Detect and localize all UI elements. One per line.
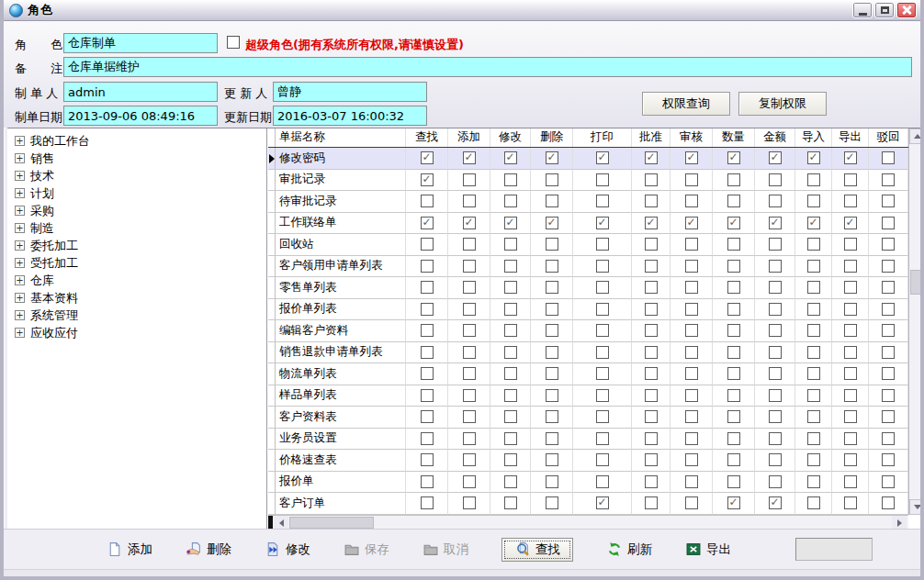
checkbox-unchecked-icon[interactable] bbox=[596, 432, 609, 445]
permission-cell[interactable] bbox=[531, 385, 573, 407]
permission-cell[interactable] bbox=[406, 256, 448, 278]
checkbox-unchecked-icon[interactable] bbox=[596, 324, 609, 337]
tree-node-8[interactable]: 仓库 bbox=[7, 272, 266, 289]
checkbox-unchecked-icon[interactable] bbox=[769, 346, 782, 359]
toolbar-cancel-button[interactable]: 取消 bbox=[423, 541, 468, 558]
checkbox-unchecked-icon[interactable] bbox=[807, 453, 820, 466]
permission-cell[interactable] bbox=[795, 385, 832, 407]
tree-node-10[interactable]: 系统管理 bbox=[7, 307, 266, 324]
column-header-8[interactable]: 数量 bbox=[713, 128, 755, 147]
permission-cell[interactable] bbox=[632, 299, 670, 321]
toolbar-delete-button[interactable]: 删除 bbox=[186, 541, 231, 558]
permission-cell[interactable] bbox=[490, 213, 531, 235]
permission-cell[interactable] bbox=[490, 299, 531, 321]
permission-cell[interactable] bbox=[406, 170, 448, 192]
checkbox-unchecked-icon[interactable] bbox=[727, 475, 740, 488]
checkbox-unchecked-icon[interactable] bbox=[685, 453, 698, 466]
column-header-11[interactable]: 导出 bbox=[832, 128, 869, 147]
permission-cell[interactable] bbox=[670, 213, 713, 235]
permission-cell[interactable] bbox=[755, 170, 795, 192]
checkbox-unchecked-icon[interactable] bbox=[807, 173, 820, 186]
expand-plus-icon[interactable] bbox=[15, 328, 25, 338]
checkbox-checked-icon[interactable] bbox=[596, 217, 609, 229]
expand-plus-icon[interactable] bbox=[15, 188, 25, 198]
permission-cell[interactable] bbox=[531, 493, 573, 515]
permission-cell[interactable] bbox=[755, 191, 795, 213]
checkbox-unchecked-icon[interactable] bbox=[844, 303, 857, 316]
updater-input[interactable] bbox=[273, 82, 427, 102]
permission-cell[interactable] bbox=[448, 256, 490, 278]
column-header-4[interactable]: 删除 bbox=[531, 128, 573, 147]
column-header-5[interactable]: 打印 bbox=[573, 128, 632, 147]
permission-cell[interactable] bbox=[755, 277, 795, 299]
permission-cell[interactable] bbox=[490, 429, 531, 451]
permission-cell[interactable] bbox=[448, 299, 490, 321]
permission-cell[interactable] bbox=[832, 472, 869, 494]
column-header-7[interactable]: 审核 bbox=[670, 128, 713, 147]
permission-cell[interactable] bbox=[531, 363, 573, 385]
permission-cell[interactable] bbox=[448, 342, 490, 364]
checkbox-unchecked-icon[interactable] bbox=[504, 475, 517, 488]
checkbox-unchecked-icon[interactable] bbox=[546, 410, 558, 423]
checkbox-unchecked-icon[interactable] bbox=[882, 324, 895, 337]
table-row-7[interactable]: 报价单列表 bbox=[268, 299, 924, 321]
permission-cell[interactable] bbox=[670, 407, 713, 429]
checkbox-unchecked-icon[interactable] bbox=[882, 367, 895, 380]
permission-cell[interactable] bbox=[573, 385, 632, 407]
permission-cell[interactable] bbox=[713, 450, 755, 472]
checkbox-unchecked-icon[interactable] bbox=[645, 453, 658, 466]
permission-cell[interactable] bbox=[869, 493, 908, 515]
checkbox-unchecked-icon[interactable] bbox=[685, 260, 698, 273]
checkbox-unchecked-icon[interactable] bbox=[596, 260, 609, 273]
checkbox-checked-icon[interactable] bbox=[504, 151, 517, 164]
checkbox-unchecked-icon[interactable] bbox=[504, 389, 517, 402]
permission-cell[interactable] bbox=[713, 299, 755, 321]
permission-cell[interactable] bbox=[832, 450, 869, 472]
permission-cell[interactable] bbox=[670, 493, 713, 515]
permission-cell[interactable] bbox=[755, 234, 795, 256]
permission-cell[interactable] bbox=[670, 450, 713, 472]
checkbox-unchecked-icon[interactable] bbox=[769, 367, 782, 380]
checkbox-unchecked-icon[interactable] bbox=[769, 260, 782, 273]
table-row-10[interactable]: 物流单列表 bbox=[268, 363, 924, 385]
permission-cell[interactable] bbox=[490, 472, 531, 494]
checkbox-checked-icon[interactable] bbox=[807, 217, 820, 229]
permission-cell[interactable] bbox=[531, 429, 573, 451]
permission-cell[interactable] bbox=[490, 320, 531, 342]
checkbox-unchecked-icon[interactable] bbox=[421, 475, 434, 488]
table-row-15[interactable]: 报价单 bbox=[268, 472, 924, 494]
permission-cell[interactable] bbox=[755, 299, 795, 321]
permission-cell[interactable] bbox=[632, 385, 670, 407]
checkbox-unchecked-icon[interactable] bbox=[807, 324, 820, 337]
toolbar-add-button[interactable]: 添加 bbox=[107, 541, 152, 558]
checkbox-unchecked-icon[interactable] bbox=[504, 303, 517, 316]
checkbox-unchecked-icon[interactable] bbox=[807, 496, 820, 509]
permission-cell[interactable] bbox=[795, 213, 832, 235]
permission-cell[interactable] bbox=[531, 213, 573, 235]
checkbox-unchecked-icon[interactable] bbox=[546, 173, 558, 186]
checkbox-checked-icon[interactable] bbox=[596, 151, 609, 164]
checkbox-unchecked-icon[interactable] bbox=[596, 281, 609, 294]
checkbox-unchecked-icon[interactable] bbox=[463, 496, 476, 509]
tree-node-11[interactable]: 应收应付 bbox=[7, 324, 266, 341]
permission-cell[interactable] bbox=[795, 170, 832, 192]
expand-plus-icon[interactable] bbox=[15, 153, 25, 163]
permission-cell[interactable] bbox=[869, 385, 908, 407]
permission-cell[interactable] bbox=[573, 493, 632, 515]
checkbox-unchecked-icon[interactable] bbox=[685, 475, 698, 488]
tree-node-9[interactable]: 基本资料 bbox=[7, 289, 266, 307]
checkbox-checked-icon[interactable] bbox=[421, 173, 434, 186]
permission-cell[interactable] bbox=[713, 363, 755, 385]
checkbox-unchecked-icon[interactable] bbox=[685, 432, 698, 445]
checkbox-unchecked-icon[interactable] bbox=[463, 195, 476, 207]
toolbar-export-button[interactable]: 导出 bbox=[685, 541, 731, 558]
permission-cell[interactable] bbox=[490, 148, 531, 170]
permission-cell[interactable] bbox=[406, 385, 448, 407]
permission-cell[interactable] bbox=[531, 342, 573, 364]
checkbox-unchecked-icon[interactable] bbox=[463, 410, 476, 423]
permission-cell[interactable] bbox=[531, 234, 573, 256]
permission-cell[interactable] bbox=[670, 256, 713, 278]
checkbox-unchecked-icon[interactable] bbox=[645, 281, 658, 294]
permission-cell[interactable] bbox=[632, 320, 670, 342]
permission-cell[interactable] bbox=[869, 170, 908, 192]
